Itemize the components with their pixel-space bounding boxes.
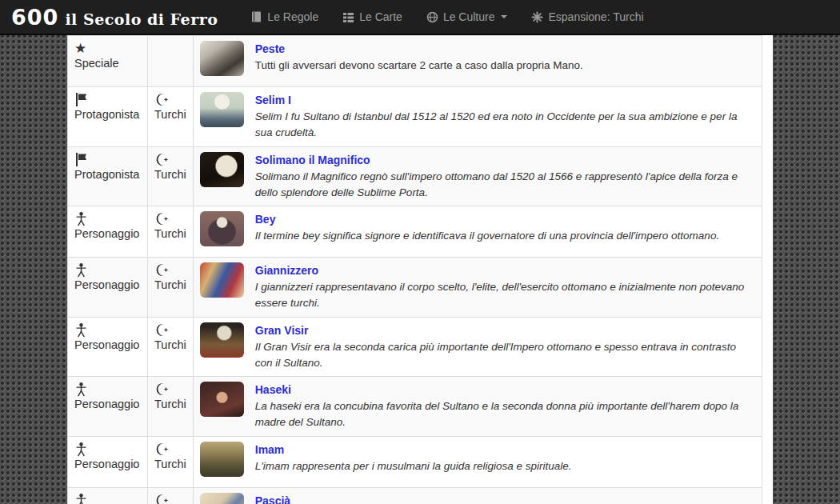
card-image xyxy=(200,152,244,187)
culture-label: Turchi xyxy=(154,458,186,470)
card-description: I giannizzeri rappresentavano il corpo s… xyxy=(255,279,755,312)
card-cell: Gran Visir Il Gran Visir era la seconda … xyxy=(193,317,762,377)
culture-cell: Turchi xyxy=(148,206,194,258)
th-list-icon xyxy=(342,11,354,23)
card-row: ★ Protagonista xyxy=(68,87,762,147)
asterisk-icon xyxy=(531,11,543,23)
card-description: La haseki era la concubina favorita del … xyxy=(255,398,755,431)
card-cell: Bey Il termine bey significa signore e i… xyxy=(193,206,762,258)
card-title-link[interactable]: Imam xyxy=(255,443,285,456)
card-image xyxy=(200,92,244,127)
card-title-link[interactable]: Solimano il Magnifico xyxy=(255,154,370,166)
card-description: Il Gran Visir era la seconda carica più … xyxy=(255,339,755,372)
card-image xyxy=(200,262,244,298)
flag-icon xyxy=(74,152,141,167)
main-content: ★ Speciale xyxy=(67,35,773,504)
culture-label: Turchi xyxy=(154,278,186,291)
card-cell: Selim I Selim I fu Sultano di Istanbul d… xyxy=(193,87,762,147)
type-cell: ★ Personaggio xyxy=(68,206,148,258)
cards-table-body: ★ Speciale xyxy=(68,36,762,504)
card-row: ★ Personaggio xyxy=(68,206,762,258)
star-icon: ★ xyxy=(74,41,141,56)
type-label: Personaggio xyxy=(74,278,139,291)
card-cell: Pascià Il titolo di pascià veniva attrib… xyxy=(193,487,762,504)
card-row: ★ Personaggio xyxy=(68,377,762,437)
culture-cell: Turchi xyxy=(148,146,194,206)
card-description: Solimano il Magnifico regnò sull'impero … xyxy=(255,169,755,202)
type-label: Personaggio xyxy=(74,227,139,240)
culture-cell xyxy=(148,36,194,87)
card-row: ★ Personaggio xyxy=(68,258,762,318)
person-icon xyxy=(74,442,141,457)
card-description: Tutti gli avversari devono scartare 2 ca… xyxy=(255,58,755,74)
card-description: Il termine bey significa signore e ident… xyxy=(255,228,755,244)
brand-number: 600 xyxy=(11,5,58,30)
card-image xyxy=(200,322,244,358)
person-icon xyxy=(74,262,141,278)
card-cell: Imam L'imam rappresenta per i musulmani … xyxy=(193,436,762,487)
nav-item-espansione-turchi[interactable]: Espansione: Turchi xyxy=(519,0,655,34)
cards-table: ★ Speciale xyxy=(67,35,762,504)
card-image xyxy=(200,442,244,477)
navbar: 600 il Secolo di Ferro Le Regole Le Cart… xyxy=(0,0,840,35)
nav-item-le-carte[interactable]: Le Carte xyxy=(330,0,414,34)
type-cell: ★ Personaggio xyxy=(68,258,148,318)
type-label: Protagonista xyxy=(74,168,139,181)
card-title-link[interactable]: Peste xyxy=(255,42,285,55)
person-icon xyxy=(74,382,141,397)
card-cell: Solimano il Magnifico Solimano il Magnif… xyxy=(193,146,762,206)
culture-cell: Turchi xyxy=(148,317,194,377)
type-label: Personaggio xyxy=(74,338,139,351)
book-icon xyxy=(250,10,262,23)
card-title-link[interactable]: Gran Visir xyxy=(255,324,309,337)
person-icon xyxy=(74,493,141,504)
nav-item-le-regole[interactable]: Le Regole xyxy=(238,0,330,34)
card-cell: Peste Tutti gli avversari devono scartar… xyxy=(193,36,762,87)
crescent-star-icon xyxy=(154,493,186,504)
crescent-star-icon xyxy=(154,211,186,226)
card-cell: Giannizzero I giannizzeri rappresentavan… xyxy=(193,258,762,318)
nav-label: Le Culture xyxy=(443,0,495,34)
card-description: L'imam rappresenta per i musulmani la gu… xyxy=(255,458,755,474)
crescent-star-icon xyxy=(154,382,186,397)
card-row: ★ Protagonista xyxy=(68,146,762,206)
type-cell: ★ Speciale xyxy=(68,36,148,87)
crescent-star-icon xyxy=(154,442,186,457)
nav-label: Espansione: Turchi xyxy=(548,0,643,34)
card-image xyxy=(200,493,244,504)
culture-label: Turchi xyxy=(154,227,186,240)
type-cell: ★ Personaggio xyxy=(68,436,148,487)
card-title-link[interactable]: Giannizzero xyxy=(255,264,318,277)
flag-icon xyxy=(74,92,141,107)
type-label: Personaggio xyxy=(74,458,139,470)
card-title-link[interactable]: Haseki xyxy=(255,383,291,396)
type-cell: ★ Personaggio xyxy=(68,377,148,437)
culture-label: Turchi xyxy=(154,338,186,351)
type-label: Protagonista xyxy=(74,108,139,121)
globe-icon xyxy=(426,11,438,23)
card-row: ★ Personaggio xyxy=(68,436,762,487)
brand-name: il Secolo di Ferro xyxy=(65,10,218,28)
type-cell: ★ Protagonista xyxy=(68,87,148,147)
card-image xyxy=(200,382,244,417)
card-row: ★ Speciale xyxy=(68,36,762,87)
caret-down-icon xyxy=(501,15,507,18)
card-row: ★ Personaggio xyxy=(68,317,762,377)
card-row: ★ Personaggio xyxy=(68,487,762,504)
card-image xyxy=(200,41,244,76)
culture-label: Turchi xyxy=(154,398,186,410)
card-title-link[interactable]: Bey xyxy=(255,213,276,226)
crescent-star-icon xyxy=(154,152,186,167)
culture-cell: Turchi xyxy=(148,258,194,318)
card-cell: Haseki La haseki era la concubina favori… xyxy=(193,377,762,437)
card-title-link[interactable]: Pascià xyxy=(255,494,290,504)
card-description: Selim I fu Sultano di Istanbul dal 1512 … xyxy=(255,109,755,142)
card-title-link[interactable]: Selim I xyxy=(255,94,291,106)
type-cell: ★ Personaggio xyxy=(68,487,148,504)
nav-label: Le Carte xyxy=(359,0,402,34)
crescent-star-icon xyxy=(154,262,186,278)
nav-item-le-culture[interactable]: Le Culture xyxy=(414,0,520,34)
brand-logo[interactable]: 600 il Secolo di Ferro xyxy=(11,5,218,30)
culture-cell: Turchi xyxy=(148,487,194,504)
culture-label: Turchi xyxy=(154,108,186,121)
